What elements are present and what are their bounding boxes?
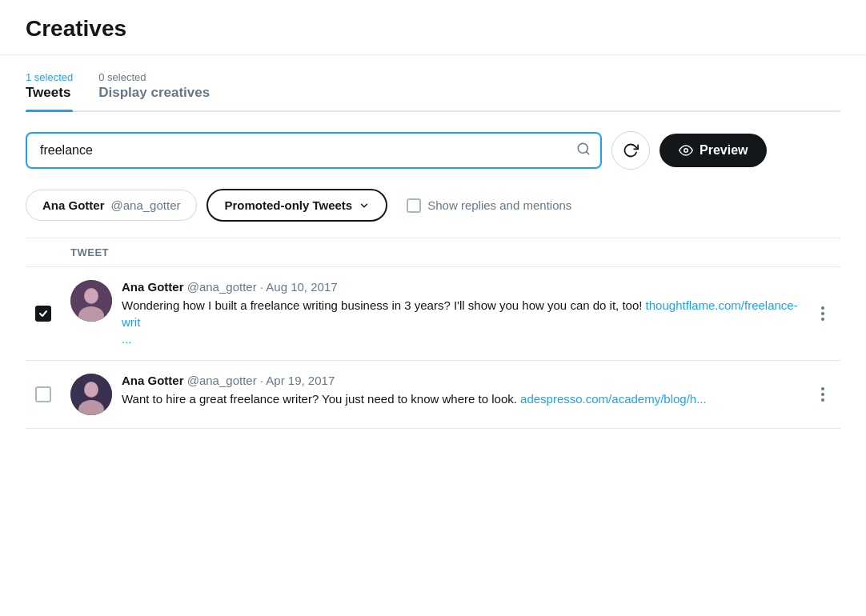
search-input-wrapper xyxy=(26,132,602,169)
tweet-author-handle: @ana_gotter · xyxy=(187,374,267,387)
tabs-row: 1 selected Tweets 0 selected Display cre… xyxy=(26,71,840,112)
check-column-header xyxy=(26,238,61,267)
tweet-content: Ana Gotter @ana_gotter · Apr 19, 2017 Wa… xyxy=(70,374,799,415)
tweet-text-block: Ana Gotter @ana_gotter · Aug 10, 2017 Wo… xyxy=(122,280,799,347)
tab-tweets[interactable]: 1 selected Tweets xyxy=(26,71,73,110)
search-icon xyxy=(576,142,591,159)
tweet-author-handle: @ana_gotter · xyxy=(187,280,267,294)
tweet-content: Ana Gotter @ana_gotter · Aug 10, 2017 Wo… xyxy=(70,280,799,347)
page-header: Creatives xyxy=(0,0,866,55)
menu-column-header xyxy=(808,238,840,267)
tweet-column-header: Tweet xyxy=(61,238,808,267)
tweet-menu-button[interactable] xyxy=(818,303,828,324)
search-row: Preview xyxy=(26,131,840,170)
tweet-type-label: Promoted-only Tweets xyxy=(224,198,352,212)
author-filter-button[interactable]: Ana Gotter @ana_gotter xyxy=(26,190,197,221)
tab-display-count: 0 selected xyxy=(98,71,146,83)
table-row: Ana Gotter @ana_gotter · Apr 19, 2017 Wa… xyxy=(26,361,840,429)
dot-icon xyxy=(821,318,824,321)
tweet-date: Apr 19, 2017 xyxy=(266,374,335,387)
show-replies-wrapper: Show replies and mentions xyxy=(407,198,571,213)
refresh-button[interactable] xyxy=(611,131,650,170)
avatar xyxy=(70,280,112,322)
avatar xyxy=(70,374,112,415)
table-row: Ana Gotter @ana_gotter · Aug 10, 2017 Wo… xyxy=(26,267,840,361)
tweet-author-name: Ana Gotter xyxy=(122,280,184,294)
tweet-type-button[interactable]: Promoted-only Tweets xyxy=(206,189,387,222)
tweet-avatar xyxy=(70,280,112,322)
author-filter-name: Ana Gotter xyxy=(42,198,105,212)
preview-button[interactable]: Preview xyxy=(660,134,767,167)
row-checkbox-checked[interactable] xyxy=(35,306,51,322)
eye-icon xyxy=(679,143,693,158)
row-checkbox-empty[interactable] xyxy=(35,386,51,402)
show-replies-checkbox[interactable] xyxy=(407,198,421,213)
tweet-table: Tweet Ana Gotter @ana_gotter · Aug 10, 2… xyxy=(26,238,840,429)
tweet-avatar xyxy=(70,374,112,415)
tab-display-label: Display creatives xyxy=(98,85,210,101)
filters-row: Ana Gotter @ana_gotter Promoted-only Twe… xyxy=(26,189,840,222)
page-title: Creatives xyxy=(26,16,840,42)
dot-icon xyxy=(821,387,824,390)
dot-icon xyxy=(821,312,824,315)
tweet-rows: Ana Gotter @ana_gotter · Aug 10, 2017 Wo… xyxy=(26,267,840,429)
author-filter-handle: @ana_gotter xyxy=(111,198,181,212)
content-area: 1 selected Tweets 0 selected Display cre… xyxy=(0,71,866,429)
tweet-body: Want to hire a great freelance writer? Y… xyxy=(122,390,799,407)
show-replies-label[interactable]: Show replies and mentions xyxy=(427,198,571,212)
tab-display-creatives[interactable]: 0 selected Display creatives xyxy=(98,71,210,110)
tweet-menu-button[interactable] xyxy=(818,384,828,405)
tweet-author-name: Ana Gotter xyxy=(122,374,184,387)
chevron-down-icon xyxy=(359,200,370,211)
svg-line-1 xyxy=(586,151,588,154)
svg-point-2 xyxy=(684,149,688,153)
tweet-body: Wondering how I built a freelance writin… xyxy=(122,297,799,347)
table-header: Tweet xyxy=(26,238,840,267)
tab-tweets-label: Tweets xyxy=(26,85,70,101)
preview-label: Preview xyxy=(700,143,748,158)
dot-icon xyxy=(821,398,824,402)
tweet-author-line: Ana Gotter @ana_gotter · Apr 19, 2017 xyxy=(122,374,799,387)
dot-icon xyxy=(821,393,824,396)
search-input[interactable] xyxy=(26,132,602,169)
tweet-date: Aug 10, 2017 xyxy=(266,280,337,294)
tweet-link[interactable]: adespresso.com/academy/blog/h... xyxy=(520,392,707,406)
dot-icon xyxy=(821,306,824,310)
tweet-link[interactable]: thoughtflame.com/freelance-writ... xyxy=(122,298,798,346)
tweet-author-line: Ana Gotter @ana_gotter · Aug 10, 2017 xyxy=(122,280,799,294)
tweet-text-block: Ana Gotter @ana_gotter · Apr 19, 2017 Wa… xyxy=(122,374,799,407)
svg-point-10 xyxy=(85,382,98,397)
tab-tweets-count: 1 selected xyxy=(26,71,73,83)
svg-point-6 xyxy=(85,289,98,303)
